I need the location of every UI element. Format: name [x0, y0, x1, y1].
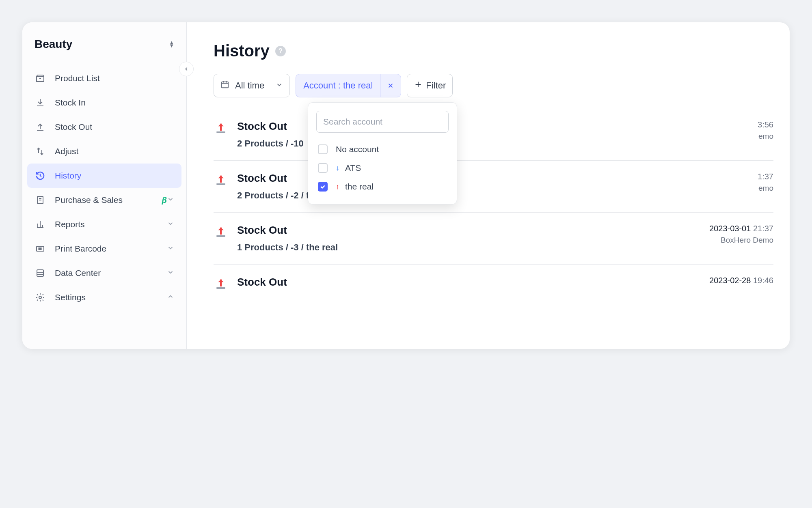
arrow-down-icon: ↓	[336, 164, 339, 172]
history-timestamp: 2023-03-01 21:37	[709, 224, 773, 233]
sidebar-item-label: Product List	[55, 73, 174, 83]
chevron-down-icon	[167, 268, 174, 278]
close-icon	[387, 82, 394, 89]
sidebar: Beauty ▲▼ Product List Stock In	[22, 22, 187, 349]
history-row[interactable]: Stock Out 1 Products / -3 / the real 202…	[214, 213, 773, 265]
account-option-ats[interactable]: ↓ ATS	[316, 159, 449, 177]
history-summary: 2 Products / -10	[237, 138, 304, 149]
history-type: Stock Out	[237, 120, 304, 133]
upload-icon	[35, 121, 46, 133]
box-icon	[35, 73, 46, 84]
history-type: Stock Out	[237, 276, 287, 288]
option-label: the real	[345, 182, 374, 192]
history-summary: 1 Products / -3 / the real	[237, 242, 338, 253]
account-filter[interactable]: Account : the real	[296, 74, 401, 97]
adjust-icon	[35, 146, 46, 157]
sidebar-item-settings[interactable]: Settings	[27, 285, 181, 310]
add-filter-button[interactable]: Filter	[407, 74, 453, 97]
option-label: ATS	[345, 163, 361, 173]
collapse-sidebar-button[interactable]	[179, 62, 194, 76]
svg-rect-4	[222, 82, 229, 88]
sidebar-item-label: Settings	[55, 293, 167, 302]
chevron-down-icon	[167, 195, 174, 205]
team-selector[interactable]: Beauty ▲▼	[22, 30, 186, 62]
sidebar-item-history[interactable]: History	[27, 164, 181, 188]
stock-out-icon	[214, 276, 228, 294]
sidebar-item-purchase-sales[interactable]: Purchase & Sales β	[27, 188, 181, 212]
sidebar-item-label: History	[55, 171, 174, 181]
history-timestamp: 1:37	[758, 172, 773, 181]
account-filter-label: Account : the real	[296, 76, 380, 95]
plus-icon	[414, 80, 423, 91]
checkbox[interactable]	[318, 163, 328, 173]
sidebar-item-data-center[interactable]: Data Center	[27, 261, 181, 285]
gear-icon	[35, 292, 46, 303]
app-window: Beauty ▲▼ Product List Stock In	[22, 22, 790, 349]
stock-out-icon	[214, 172, 228, 201]
sidebar-nav: Product List Stock In Stock Out Adjust	[22, 62, 186, 314]
filter-bar: All time Account : the real Filter	[214, 74, 773, 97]
chevron-down-icon	[276, 80, 283, 91]
history-user: emo	[758, 184, 773, 193]
checkbox-checked[interactable]	[318, 182, 328, 192]
account-option-no-account[interactable]: No account	[316, 140, 449, 159]
sidebar-item-reports[interactable]: Reports	[27, 212, 181, 237]
option-label: No account	[336, 144, 379, 154]
filter-button-label: Filter	[426, 80, 446, 91]
sidebar-item-label: Purchase & Sales	[55, 195, 158, 205]
history-user: BoxHero Demo	[709, 236, 773, 245]
page-header: History ?	[214, 42, 773, 60]
sidebar-item-stock-out[interactable]: Stock Out	[27, 115, 181, 139]
calendar-icon	[220, 80, 229, 91]
history-user: emo	[758, 132, 773, 141]
sidebar-item-label: Reports	[55, 220, 167, 229]
chart-icon	[35, 219, 46, 230]
sidebar-item-product-list[interactable]: Product List	[27, 66, 181, 90]
history-timestamp: 3:56	[758, 120, 773, 129]
sort-icon: ▲▼	[169, 41, 174, 47]
barcode-icon	[35, 243, 46, 254]
page-title: History	[214, 42, 270, 60]
arrow-up-icon: ↑	[336, 183, 339, 191]
checkbox[interactable]	[318, 144, 328, 154]
chevron-down-icon	[167, 220, 174, 229]
svg-point-3	[39, 296, 41, 299]
history-list: Stock Out 2 Products / -10 3:56 emo Stoc…	[214, 109, 773, 306]
stock-out-icon	[214, 224, 228, 253]
history-row[interactable]: Stock Out 2023-02-28 19:46	[214, 265, 773, 306]
sidebar-item-print-barcode[interactable]: Print Barcode	[27, 237, 181, 261]
help-icon[interactable]: ?	[275, 46, 286, 56]
sidebar-item-label: Stock Out	[55, 122, 174, 132]
beta-badge: β	[162, 196, 167, 205]
chevron-left-icon	[184, 66, 189, 72]
history-row[interactable]: Stock Out 2 Products / -2 / the real 1:3…	[214, 161, 773, 213]
svg-rect-2	[37, 270, 43, 276]
check-icon	[320, 183, 326, 190]
chevron-down-icon	[167, 244, 174, 254]
sidebar-item-stock-in[interactable]: Stock In	[27, 90, 181, 115]
download-icon	[35, 97, 46, 108]
history-timestamp: 2023-02-28 19:46	[709, 276, 773, 285]
sidebar-item-adjust[interactable]: Adjust	[27, 139, 181, 164]
document-icon	[35, 194, 46, 206]
main-content: History ? All time Account : the real	[187, 22, 790, 349]
history-row[interactable]: Stock Out 2 Products / -10 3:56 emo	[214, 109, 773, 161]
history-icon	[35, 170, 46, 181]
account-dropdown: No account ↓ ATS ↑ the real	[308, 102, 457, 204]
sidebar-item-label: Data Center	[55, 268, 167, 278]
date-filter-label: All time	[235, 80, 264, 91]
database-icon	[35, 267, 46, 279]
history-type: Stock Out	[237, 224, 338, 237]
account-search-input[interactable]	[316, 111, 449, 133]
sidebar-item-label: Stock In	[55, 98, 174, 108]
team-name: Beauty	[35, 38, 72, 51]
stock-out-icon	[214, 120, 228, 149]
filter-remove-button[interactable]	[380, 74, 401, 97]
date-filter[interactable]: All time	[214, 74, 290, 97]
chevron-up-icon	[167, 293, 174, 302]
sidebar-item-label: Adjust	[55, 146, 174, 156]
account-option-the-real[interactable]: ↑ the real	[316, 177, 449, 196]
sidebar-item-label: Print Barcode	[55, 244, 167, 254]
